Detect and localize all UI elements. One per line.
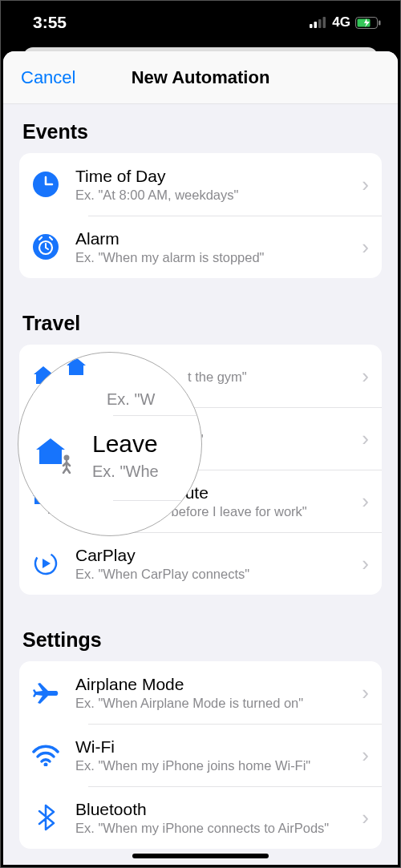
section-header-travel: Travel: [3, 278, 398, 345]
signal-icon: [310, 17, 327, 28]
row-alarm[interactable]: Alarm Ex. "When my alarm is stopped" ›: [19, 216, 382, 278]
svg-rect-0: [310, 24, 313, 28]
status-right: 4G: [310, 14, 381, 30]
row-title: Time of Day: [75, 167, 357, 186]
row-sub: Ex. "At 8:00 AM, weekdays": [75, 188, 357, 203]
modal-sheet: Cancel New Automation Events Time of Day…: [3, 51, 398, 865]
row-sub-frag: rk": [188, 432, 357, 447]
row-sub: Ex. "When my iPhone joins home Wi-Fi": [75, 758, 357, 773]
mag-sub-frag: Ex. "Whe: [92, 462, 159, 481]
page-title: New Automation: [132, 67, 270, 88]
leave-icon: [34, 435, 78, 474]
chevron-right-icon: ›: [357, 426, 369, 451]
settings-card: Airplane Mode Ex. "When Airplane Mode is…: [19, 661, 382, 849]
row-airplane-mode[interactable]: Airplane Mode Ex. "When Airplane Mode is…: [19, 661, 382, 724]
row-sub-frag: t the gym": [188, 369, 357, 385]
row-title: CarPlay: [75, 546, 357, 565]
row-sub: Ex. "When Airplane Mode is turned on": [75, 696, 357, 711]
chevron-right-icon: ›: [357, 680, 369, 705]
home-indicator[interactable]: [132, 854, 269, 858]
row-sub: Ex. "When my iPhone connects to AirPods": [75, 821, 357, 836]
chevron-right-icon: ›: [357, 551, 369, 576]
chevron-right-icon: ›: [357, 364, 369, 389]
svg-point-13: [64, 454, 70, 460]
chevron-right-icon: ›: [357, 235, 369, 260]
svg-rect-2: [318, 19, 322, 28]
battery-icon: [355, 17, 381, 29]
row-carplay[interactable]: CarPlay Ex. "When CarPlay connects" ›: [19, 532, 382, 595]
row-time-of-day[interactable]: Time of Day Ex. "At 8:00 AM, weekdays" ›: [19, 153, 382, 216]
cancel-button[interactable]: Cancel: [21, 67, 75, 88]
row-title: Bluetooth: [75, 800, 357, 819]
wifi-icon: [32, 744, 59, 766]
carplay-icon: [33, 551, 59, 576]
mag-title: Leave: [92, 430, 159, 458]
bluetooth-icon: [36, 804, 55, 831]
chevron-right-icon: ›: [357, 172, 369, 197]
airplane-icon: [32, 680, 59, 705]
section-header-events: Events: [3, 104, 398, 153]
row-title: Alarm: [75, 229, 357, 248]
row-sub: Ex. "When CarPlay connects": [75, 567, 357, 582]
nav-bar: Cancel New Automation: [3, 51, 398, 104]
clock-icon: [33, 172, 59, 197]
row-bluetooth[interactable]: Bluetooth Ex. "When my iPhone connects t…: [19, 786, 382, 849]
section-header-settings: Settings: [3, 595, 398, 661]
status-time: 3:55: [33, 13, 67, 32]
row-sub: Ex. "When my alarm is stopped": [75, 250, 357, 265]
events-card: Time of Day Ex. "At 8:00 AM, weekdays" ›…: [19, 153, 382, 278]
magnifier-overlay: Ex. "W Leave Ex. "Whe: [18, 352, 202, 536]
svg-point-12: [44, 763, 48, 767]
svg-rect-5: [379, 20, 381, 25]
chevron-right-icon: ›: [357, 489, 369, 514]
chevron-right-icon: ›: [357, 743, 369, 768]
row-wifi[interactable]: Wi-Fi Ex. "When my iPhone joins home Wi-…: [19, 724, 382, 786]
svg-rect-3: [323, 17, 326, 28]
network-label: 4G: [332, 14, 350, 30]
status-bar: 3:55 4G: [1, 1, 400, 44]
svg-rect-1: [314, 22, 318, 28]
chevron-right-icon: ›: [357, 805, 369, 830]
alarm-icon: [33, 234, 59, 260]
row-title: Wi-Fi: [75, 737, 357, 757]
row-title: Airplane Mode: [75, 675, 357, 694]
